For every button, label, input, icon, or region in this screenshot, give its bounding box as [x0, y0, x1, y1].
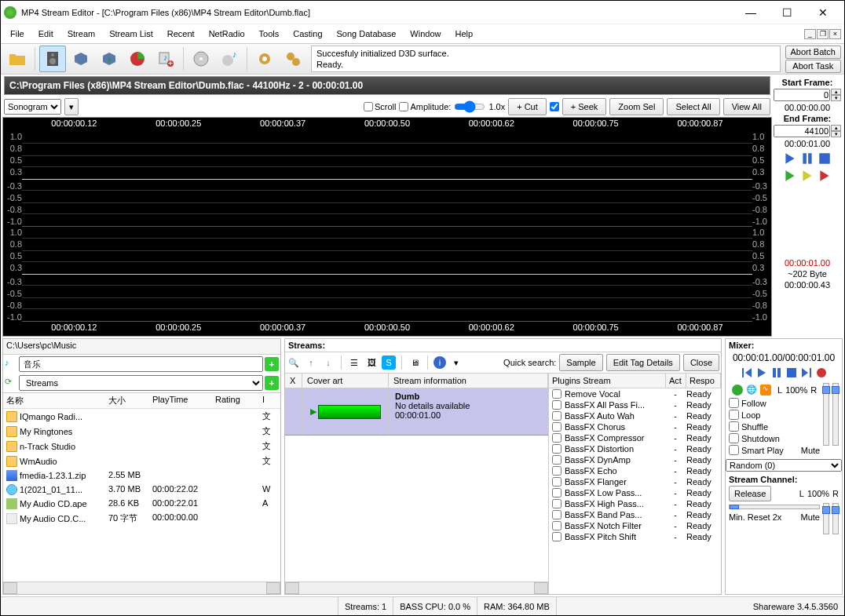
mute-label[interactable]: Mute: [801, 446, 820, 455]
scroll-checkbox[interactable]: [364, 102, 373, 111]
search-icon[interactable]: 🔍: [287, 355, 301, 370]
gear1-button[interactable]: [251, 46, 278, 72]
add-note-button[interactable]: ♪+: [152, 46, 179, 72]
plugin-checkbox[interactable]: [552, 510, 562, 519]
plugin-row[interactable]: BassFX Distortion-Ready: [549, 443, 721, 454]
start-down-icon[interactable]: ▾: [831, 95, 841, 101]
random-dropdown[interactable]: Random (0): [726, 459, 842, 472]
end-up-icon[interactable]: ▴: [831, 125, 841, 131]
stop2-icon[interactable]: [785, 366, 798, 379]
plugin-row[interactable]: BassFX Pitch Shift-Ready: [549, 531, 721, 542]
minimize-button[interactable]: —: [733, 2, 769, 24]
plugin-row[interactable]: BassFX DynAmp-Ready: [549, 454, 721, 465]
col-name[interactable]: 名称: [3, 393, 105, 408]
end-down-icon[interactable]: ▾: [831, 131, 841, 137]
plugin-checkbox[interactable]: [552, 466, 562, 476]
close-stream-button[interactable]: Close: [683, 354, 719, 371]
plugin-checkbox[interactable]: [552, 444, 562, 454]
release-button[interactable]: Release: [729, 486, 771, 501]
cut-button[interactable]: + Cut: [508, 98, 547, 115]
mdi-minimize-icon[interactable]: _: [804, 29, 816, 39]
menu-file[interactable]: File: [4, 27, 31, 40]
cover-play-icon[interactable]: ▶: [310, 406, 316, 417]
plugin-checkbox[interactable]: [552, 422, 562, 432]
col-size[interactable]: 大小: [105, 393, 149, 408]
channel-slider[interactable]: [729, 505, 820, 509]
file-row[interactable]: WmAudio文: [3, 454, 280, 468]
plugin-checkbox[interactable]: [552, 488, 562, 498]
file-row[interactable]: My Ringtones文: [3, 424, 280, 439]
menu-stream-list[interactable]: Stream List: [103, 27, 159, 40]
sample-button[interactable]: Sample: [559, 354, 602, 371]
stream-row[interactable]: ▶ Dumb No details available 00:00:01.00: [285, 388, 548, 436]
add-button[interactable]: +: [265, 357, 279, 371]
edit-tag-button[interactable]: Edit Tag Details: [606, 354, 680, 371]
plugin-checkbox[interactable]: [552, 455, 562, 465]
play-green-icon[interactable]: [783, 169, 797, 183]
file-path[interactable]: C:\Users\pc\Music: [3, 339, 280, 355]
sch-slider-l[interactable]: [823, 503, 829, 534]
view-mode-select[interactable]: Sonogram: [4, 99, 61, 115]
follow-checkbox[interactable]: Follow: [729, 397, 820, 409]
up-arrow-icon[interactable]: ↑: [304, 355, 318, 370]
menu-help[interactable]: Help: [448, 27, 479, 40]
file-row[interactable]: 1(2021_01_11...3.70 MB00:00:22.02W: [3, 483, 280, 497]
col-playtime[interactable]: PlayTime: [149, 393, 212, 408]
menu-netradio[interactable]: NetRadio: [203, 27, 251, 40]
menu-song-database[interactable]: Song Database: [331, 27, 403, 40]
amplitude-slider[interactable]: [454, 100, 485, 113]
menu-tools[interactable]: Tools: [253, 27, 286, 40]
plugin-row[interactable]: Remove Vocal-Ready: [549, 388, 721, 399]
cube2-button[interactable]: ♪: [96, 46, 123, 72]
add-stream-button[interactable]: +: [265, 376, 279, 390]
amplitude-checkbox[interactable]: [399, 102, 408, 111]
plugin-checkbox[interactable]: [552, 400, 562, 410]
plugin-row[interactable]: BassFX Echo-Ready: [549, 465, 721, 476]
prev-icon[interactable]: [741, 366, 753, 379]
file-row[interactable]: fmedia-1.23.1.zip2.55 MB: [3, 468, 280, 483]
select-all-button[interactable]: Select All: [667, 98, 719, 115]
abort-batch-button[interactable]: Abort Batch: [785, 46, 841, 59]
shuffle-checkbox[interactable]: Shuffle: [729, 421, 820, 432]
file-row[interactable]: My Audio CD.ape28.6 KB00:00:22.01A: [3, 497, 280, 511]
refresh-icon[interactable]: ⟳: [5, 377, 17, 389]
file-row[interactable]: IQmango Radi...文: [3, 409, 280, 424]
plugin-row[interactable]: BassFX Chorus-Ready: [549, 421, 721, 432]
menu-casting[interactable]: Casting: [287, 27, 328, 40]
sch-slider-r[interactable]: [832, 503, 839, 534]
waveform-display[interactable]: 00:00:00.1200:00:00.2500:00:00.3700:00:0…: [2, 117, 772, 337]
stop-icon[interactable]: [818, 151, 832, 166]
mdi-restore-icon[interactable]: ❐: [817, 29, 829, 39]
seek-button[interactable]: + Seek: [562, 98, 607, 115]
record-icon[interactable]: [815, 366, 828, 379]
plugin-row[interactable]: BassFX All Pass Fi...-Ready: [549, 399, 721, 410]
plugin-row[interactable]: BassFX Auto Wah-Ready: [549, 410, 721, 421]
abort-task-button[interactable]: Abort Task: [785, 60, 841, 73]
file-hscroll[interactable]: [3, 581, 280, 594]
plugin-checkbox[interactable]: [552, 499, 562, 508]
menu-stream[interactable]: Stream: [61, 27, 101, 40]
chart-button[interactable]: [124, 46, 151, 72]
play-icon[interactable]: [755, 366, 768, 379]
plugin-checkbox[interactable]: [552, 433, 562, 443]
col-rating[interactable]: Rating: [212, 393, 259, 408]
globe-icon[interactable]: [732, 385, 743, 395]
maximize-button[interactable]: ☐: [769, 2, 805, 24]
min-reset-label[interactable]: Min. Reset 2x: [729, 512, 781, 522]
gear2-button[interactable]: [280, 46, 306, 72]
plugin-checkbox[interactable]: [552, 532, 562, 541]
plugin-row[interactable]: BassFX Notch Filter-Ready: [549, 520, 721, 531]
image-icon[interactable]: 🖼: [364, 355, 379, 370]
plugin-row[interactable]: BassFX High Pass...-Ready: [549, 498, 721, 509]
info-icon[interactable]: i: [433, 356, 446, 369]
monitor-icon[interactable]: 🖥: [408, 355, 422, 370]
loop-checkbox[interactable]: Loop: [729, 409, 820, 421]
plugin-row[interactable]: BassFX Compressor-Ready: [549, 432, 721, 443]
scroll-checkbox-label[interactable]: Scroll: [364, 102, 397, 111]
pause-icon[interactable]: [800, 151, 814, 166]
view-all-button[interactable]: View All: [723, 98, 770, 115]
menu-recent[interactable]: Recent: [161, 27, 201, 40]
seek-checkbox[interactable]: [550, 102, 559, 111]
mdi-close-icon[interactable]: ×: [829, 29, 841, 39]
pause2-icon[interactable]: [770, 366, 783, 379]
